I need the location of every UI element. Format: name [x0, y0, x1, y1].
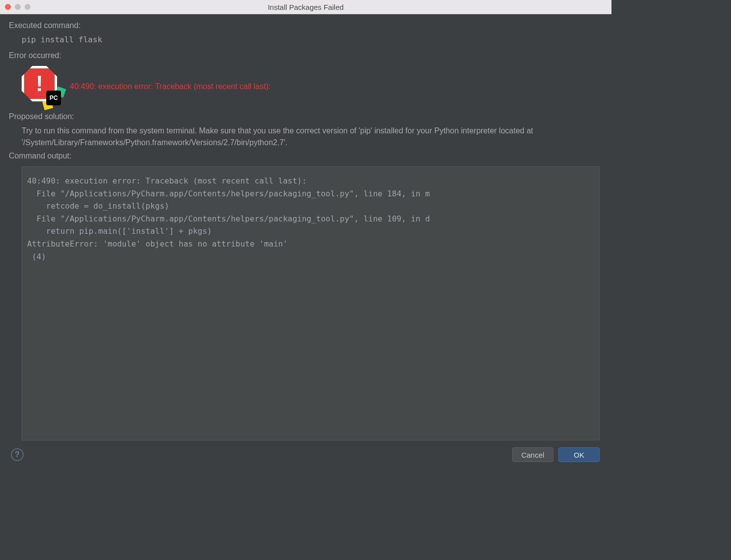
dialog-buttons: Cancel OK	[512, 447, 600, 462]
error-row: ! PC 40:490: execution error: Traceback …	[9, 63, 603, 110]
pycharm-badge-icon: PC	[43, 88, 65, 109]
window-minimize-button[interactable]	[15, 4, 21, 10]
cancel-button[interactable]: Cancel	[512, 447, 553, 462]
pycharm-badge-text: PC	[46, 91, 61, 105]
command-output-label: Command output:	[9, 152, 603, 160]
ok-button[interactable]: OK	[558, 447, 600, 462]
error-occurred-label: Error occurred:	[9, 51, 603, 60]
window-close-button[interactable]	[5, 4, 11, 10]
executed-command-label: Executed command:	[9, 21, 603, 30]
command-output-box[interactable]: 40:490: execution error: Traceback (most…	[22, 166, 600, 440]
error-icon: ! PC	[22, 66, 63, 107]
dialog-footer: ? Cancel OK	[9, 440, 603, 468]
window-zoom-button[interactable]	[25, 4, 30, 10]
proposed-solution-label: Proposed solution:	[9, 112, 603, 121]
exclamation-icon: !	[36, 73, 43, 94]
proposed-solution-text: Try to run this command from the system …	[9, 124, 603, 150]
window-traffic-lights	[5, 4, 30, 10]
window-title: Install Packages Failed	[0, 3, 611, 11]
window-titlebar: Install Packages Failed	[0, 0, 611, 14]
help-button[interactable]: ?	[11, 448, 24, 461]
error-headline: 40:490: execution error: Traceback (most…	[70, 82, 271, 91]
executed-command-value: pip install flask	[9, 33, 603, 49]
dialog-content: Executed command: pip install flask Erro…	[0, 14, 611, 468]
